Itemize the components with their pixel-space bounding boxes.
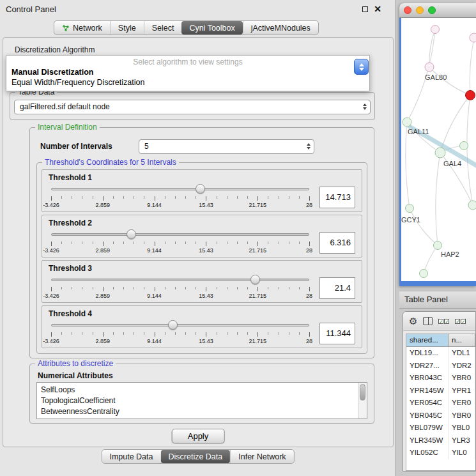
slider-thumb[interactable] — [196, 184, 205, 194]
table-row[interactable]: YDL19...YDL1 — [406, 347, 475, 360]
network-edge[interactable] — [424, 245, 438, 273]
table-row[interactable]: YBL079WYBL0 — [406, 422, 475, 434]
mac-minimize-button[interactable] — [416, 6, 424, 14]
mac-close-button[interactable] — [404, 6, 411, 14]
tab-network[interactable]: Network — [54, 21, 110, 35]
algorithm-option[interactable]: Equal Width/Frequency Discretization — [6, 77, 369, 88]
tab-select[interactable]: Select — [144, 21, 182, 35]
cell-name[interactable]: YLR3 — [449, 434, 475, 447]
tick-label: 9.144 — [147, 293, 162, 299]
tick-label: 15.43 — [199, 247, 213, 254]
cell-shared-name[interactable]: YER054C — [406, 397, 449, 410]
cell-name[interactable]: YDR2 — [449, 360, 475, 372]
cell-name[interactable]: YIL0 — [449, 447, 475, 459]
table-panel-header: Table Panel — [399, 291, 476, 309]
attribute-item[interactable]: BetweennessCentrality — [41, 406, 363, 417]
network-edge[interactable] — [436, 153, 440, 245]
network-node[interactable] — [406, 204, 414, 213]
tab-impute-data[interactable]: Impute Data — [102, 450, 160, 463]
table-data-select[interactable]: galFiltered.sif default node — [14, 100, 371, 114]
scrollbar[interactable] — [358, 383, 367, 418]
cell-name[interactable]: YDL1 — [449, 347, 475, 360]
slider-thumb[interactable] — [127, 229, 136, 239]
cell-name[interactable]: YBR0 — [449, 410, 475, 422]
table-row[interactable]: YBR045CYBR0 — [406, 410, 475, 422]
threshold-slider[interactable]: -3.4262.8599.14415.4321.71528 — [51, 183, 309, 211]
slider-ticks — [51, 332, 309, 337]
attribute-item[interactable]: TopologicalCoefficient — [41, 395, 363, 406]
threshold-panel: Threshold 3-3.4262.8599.14415.4321.71528… — [42, 260, 362, 303]
threshold-slider[interactable]: -3.4262.8599.14415.4321.71528 — [51, 319, 309, 348]
algorithm-option[interactable]: Manual Discretization — [6, 67, 369, 77]
network-node[interactable] — [434, 242, 442, 250]
select-all-columns-icon[interactable]: ✓✓ — [438, 319, 449, 324]
cell-shared-name[interactable]: YBL079W — [406, 422, 449, 434]
deselect-all-columns-icon[interactable]: ✓✓ — [455, 319, 466, 324]
table-row[interactable]: YBR043CYBR0 — [406, 372, 475, 385]
table-row[interactable]: YPR145WYPR1 — [406, 385, 475, 397]
slider-track — [51, 279, 309, 281]
restore-icon[interactable] — [362, 6, 368, 12]
cell-name[interactable]: YBL0 — [449, 422, 475, 434]
checkbox-icon: ✓ — [438, 319, 443, 324]
network-node[interactable] — [425, 63, 434, 72]
table-body: YDL19...YDL1YDR27...YDR2YBR043CYBR0YPR14… — [406, 347, 475, 459]
network-graph-svg[interactable]: GAL80GAL11GAL4GCY1HAP2 — [401, 18, 476, 281]
network-node[interactable] — [403, 118, 411, 127]
cell-shared-name[interactable]: YBR043C — [406, 372, 449, 385]
table-row[interactable]: YIL052CYIL0 — [406, 447, 475, 459]
table-panel-title: Table Panel — [404, 295, 448, 304]
network-edge[interactable] — [467, 95, 473, 205]
threshold-slider[interactable]: -3.4262.8599.14415.4321.71528 — [51, 274, 309, 302]
threshold-slider[interactable]: -3.4262.8599.14415.4321.71528 — [51, 229, 309, 257]
cell-name[interactable]: YPR1 — [449, 385, 475, 397]
tab-style[interactable]: Style — [110, 21, 144, 35]
slider-thumb[interactable] — [250, 275, 260, 284]
cell-shared-name[interactable]: YDR27... — [406, 360, 449, 372]
threshold-value-field[interactable]: 6.316 — [319, 232, 355, 254]
cell-shared-name[interactable]: YIL052C — [406, 447, 449, 459]
network-canvas[interactable]: GAL80GAL11GAL4GCY1HAP2 — [401, 18, 476, 281]
network-node[interactable] — [468, 201, 476, 210]
network-node[interactable] — [431, 26, 440, 34]
apply-button[interactable]: Apply — [172, 429, 225, 443]
tab-discretize-data[interactable]: Discretize Data — [161, 450, 231, 463]
tab-infer-network[interactable]: Infer Network — [230, 450, 293, 463]
slider-thumb[interactable] — [168, 320, 178, 330]
network-edge[interactable] — [410, 208, 438, 245]
threshold-value-field[interactable]: 11.344 — [319, 323, 355, 344]
cell-shared-name[interactable]: YDL19... — [406, 347, 449, 360]
network-node[interactable] — [420, 270, 428, 278]
cell-shared-name[interactable]: YPR145W — [406, 385, 449, 397]
table-row[interactable]: YLR345WYLR3 — [406, 434, 475, 447]
tick-label: 21.715 — [249, 247, 266, 254]
network-node[interactable] — [466, 91, 475, 100]
tab-cyni-toolbox[interactable]: Cyni Toolbox — [181, 21, 242, 35]
close-icon[interactable]: ✕ — [374, 4, 381, 13]
network-edge[interactable] — [470, 38, 474, 95]
cell-shared-name[interactable]: YLR345W — [406, 434, 449, 447]
network-node[interactable] — [460, 142, 468, 150]
cell-name[interactable]: YBR0 — [449, 372, 475, 385]
network-node[interactable] — [435, 148, 445, 158]
gear-icon[interactable]: ⚙ — [409, 316, 417, 326]
mac-zoom-button[interactable] — [428, 6, 436, 14]
table-row[interactable]: YDR27...YDR2 — [406, 360, 475, 372]
column-header[interactable]: n... — [449, 334, 475, 347]
attribute-item[interactable]: SelfLoops — [41, 385, 363, 395]
dropdown-placeholder: Select algorithm to view settings — [6, 58, 369, 67]
network-node[interactable] — [470, 33, 476, 42]
network-edge[interactable] — [429, 67, 470, 95]
threshold-value-field[interactable]: 14.713 — [319, 187, 355, 208]
table-row[interactable]: YER054CYER0 — [406, 397, 475, 410]
cell-shared-name[interactable]: YBR045C — [406, 410, 449, 422]
cell-name[interactable]: YER0 — [449, 397, 475, 410]
algorithm-combobox-stepper-button[interactable] — [354, 59, 369, 75]
scrollbar-thumb[interactable] — [360, 384, 365, 401]
number-of-intervals-select[interactable]: 5 — [139, 139, 314, 154]
columns-icon[interactable] — [423, 317, 433, 325]
table-data-selected-value: galFiltered.sif default node — [20, 102, 110, 111]
column-header[interactable]: shared... — [406, 334, 449, 347]
threshold-value-field[interactable]: 21.4 — [319, 277, 355, 299]
tab-jactivemnodules[interactable]: jActiveMNodules — [243, 21, 318, 35]
